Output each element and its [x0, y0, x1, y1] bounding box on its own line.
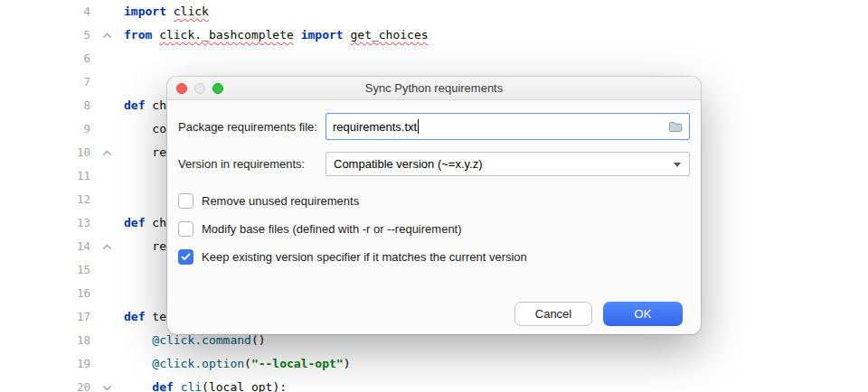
code-text: def te — [124, 305, 166, 329]
line-number: 4 — [0, 0, 90, 23]
checkbox-row[interactable]: Modify base files (defined with -r or --… — [178, 219, 690, 238]
fold-gutter-spacer — [90, 164, 124, 188]
line-number: 6 — [0, 47, 90, 70]
fold-gutter-spacer — [90, 329, 124, 352]
code-text: def cli(local_opt): — [124, 376, 287, 392]
dialog-title: Sync Python requirements — [365, 81, 503, 95]
fold-gutter-spacer — [90, 258, 124, 282]
fold-gutter-spacer — [90, 282, 124, 305]
code-line[interactable]: 6 — [0, 47, 868, 70]
line-number: 16 — [0, 282, 90, 305]
checkbox-row[interactable]: Keep existing version specifier if it ma… — [178, 247, 690, 266]
code-line[interactable]: 5from click._bashcomplete import get_cho… — [0, 23, 868, 47]
code-text: from click._bashcomplete import get_choi… — [124, 23, 429, 47]
code-text: def ch — [124, 94, 166, 117]
code-text: co — [124, 117, 166, 141]
package-file-label: Package requirements file: — [178, 120, 326, 134]
fold-expand-icon[interactable] — [90, 376, 124, 392]
checkbox-label: Keep existing version specifier if it ma… — [202, 250, 527, 264]
fold-region-end-icon[interactable] — [90, 235, 124, 258]
folder-icon[interactable] — [668, 121, 683, 133]
line-number: 15 — [0, 258, 90, 282]
code-text: def ch — [124, 211, 166, 235]
package-file-input[interactable]: requirements.txt — [326, 113, 690, 140]
code-text: import click — [124, 0, 209, 23]
dialog-titlebar[interactable]: Sync Python requirements — [167, 77, 701, 100]
line-number: 12 — [0, 188, 90, 211]
checkbox-label: Remove unused requirements — [202, 194, 359, 208]
version-select[interactable]: Compatible version (~=x.y.z) — [326, 152, 690, 176]
line-number: 10 — [0, 141, 90, 164]
code-line[interactable]: 20 def cli(local_opt): — [0, 376, 868, 392]
fold-gutter-spacer — [90, 211, 124, 235]
package-file-row: Package requirements file: requirements.… — [178, 113, 690, 140]
fold-gutter-spacer — [90, 305, 124, 329]
zoom-button[interactable] — [212, 83, 223, 94]
code-text: re — [124, 235, 166, 258]
fold-region-end-icon[interactable] — [90, 141, 124, 164]
line-number: 7 — [0, 70, 90, 94]
line-number: 5 — [0, 23, 90, 47]
checkbox-unchecked[interactable] — [178, 221, 193, 237]
fold-gutter-spacer — [90, 352, 124, 376]
version-selected-value: Compatible version (~=x.y.z) — [334, 157, 483, 171]
line-number: 14 — [0, 235, 90, 258]
checkbox-row[interactable]: Remove unused requirements — [178, 191, 690, 210]
code-line[interactable]: 4import click — [0, 0, 868, 23]
checkbox-group: Remove unused requirementsModify base fi… — [178, 191, 690, 266]
checkbox-unchecked[interactable] — [178, 193, 193, 209]
line-number: 9 — [0, 117, 90, 141]
minimize-button[interactable] — [194, 83, 205, 94]
fold-gutter-spacer — [90, 117, 124, 141]
version-label: Version in requirements: — [178, 157, 326, 171]
line-number: 17 — [0, 305, 90, 329]
code-text: @click.option("--local-opt") — [124, 352, 350, 376]
sync-python-requirements-dialog: Sync Python requirements Package require… — [167, 77, 701, 334]
line-number: 13 — [0, 211, 90, 235]
fold-gutter-spacer — [90, 188, 124, 211]
text-caret — [418, 119, 419, 134]
package-file-value: requirements.txt — [333, 120, 417, 134]
close-button[interactable] — [176, 83, 187, 94]
cancel-button[interactable]: Cancel — [514, 302, 592, 326]
chevron-down-icon — [674, 163, 681, 167]
dialog-body: Package requirements file: requirements.… — [167, 100, 701, 334]
line-number: 8 — [0, 94, 90, 117]
version-row: Version in requirements: Compatible vers… — [178, 152, 690, 176]
checkbox-label: Modify base files (defined with -r or --… — [202, 222, 462, 236]
traffic-lights — [176, 83, 223, 94]
fold-gutter-spacer — [90, 47, 124, 70]
fold-region-end-icon[interactable] — [90, 23, 124, 47]
code-line[interactable]: 19 @click.option("--local-opt") — [0, 352, 868, 376]
code-text: re — [124, 141, 166, 164]
line-number: 20 — [0, 376, 90, 392]
line-number: 18 — [0, 329, 90, 352]
fold-gutter-spacer — [90, 94, 124, 117]
fold-gutter-spacer — [90, 70, 124, 94]
ok-button[interactable]: OK — [603, 302, 683, 326]
dialog-buttons: Cancel OK — [178, 302, 690, 326]
line-number: 19 — [0, 352, 90, 376]
line-number: 11 — [0, 164, 90, 188]
fold-gutter-spacer — [90, 0, 124, 23]
checkbox-checked[interactable] — [178, 249, 193, 265]
